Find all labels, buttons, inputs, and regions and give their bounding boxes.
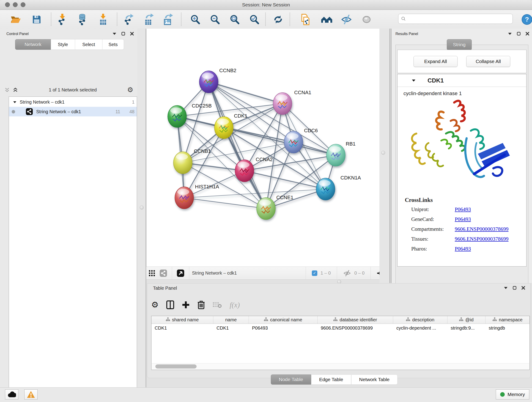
import-table-button[interactable] — [97, 13, 109, 26]
export-table-button[interactable] — [142, 13, 155, 26]
help-icon: ? — [521, 14, 532, 25]
delete-table-icon[interactable] — [213, 301, 222, 308]
tab-network[interactable]: Network — [15, 39, 51, 50]
column-header-namespace[interactable]: namespace — [486, 316, 530, 324]
column-header-shared-name[interactable]: shared name — [152, 316, 213, 324]
column-header-database-identifier[interactable]: database identifier — [317, 316, 393, 324]
tab-edge-table[interactable]: Edge Table — [311, 375, 351, 385]
zoom-selected-button[interactable] — [248, 13, 261, 26]
network-node-CCNB2[interactable]: CCNB2 — [199, 68, 236, 93]
hscrollbar-thumb[interactable] — [155, 364, 196, 369]
add-column-plus-icon[interactable] — [182, 301, 190, 309]
tab-network-table[interactable]: Network Table — [351, 375, 398, 385]
tab-select[interactable]: Select — [75, 39, 102, 50]
table-panel-header: Table Panel — [147, 285, 531, 293]
search-input[interactable] — [408, 16, 510, 22]
help-button[interactable]: ? — [520, 13, 532, 26]
crosslink-link[interactable]: 9606.ENSP00000378699 — [455, 236, 509, 242]
open-session-button[interactable] — [9, 13, 22, 26]
gene-expander-icon[interactable] — [412, 79, 416, 82]
crosslink-link[interactable]: P06493 — [455, 246, 471, 252]
crosslink-link[interactable]: P06493 — [455, 216, 471, 222]
svg-text:CCNA1: CCNA1 — [294, 89, 311, 95]
panel-menu-icon[interactable] — [508, 32, 512, 35]
cloud-button[interactable] — [5, 389, 18, 400]
column-header-name[interactable]: name — [213, 316, 249, 324]
expand-all-button[interactable]: Expand All — [413, 56, 457, 67]
network-view-mode-button[interactable] — [158, 268, 169, 279]
left-splitter-handle[interactable] — [140, 206, 144, 210]
column-header-canonical-name[interactable]: canonical name — [249, 316, 317, 324]
panel-float-icon[interactable] — [513, 286, 516, 290]
network-list-options-gear-icon[interactable]: ⚙ — [127, 86, 133, 93]
table-row[interactable]: CDK1CDK1P064939606.ENSP00000378699cyclin… — [152, 324, 530, 332]
tab-style[interactable]: Style — [51, 39, 75, 50]
network-collection-row[interactable]: String Network – cdk1 1 — [9, 97, 137, 107]
tab-sets[interactable]: Sets — [102, 39, 124, 50]
birdseye-view-button[interactable] — [175, 268, 186, 279]
network-node-HIST1H1A[interactable]: HIST1H1A — [175, 184, 219, 209]
table-cell[interactable]: P06493 — [249, 324, 317, 332]
table-options-gear-icon[interactable]: ⚙ — [151, 301, 158, 309]
expand-all-icon[interactable] — [12, 87, 18, 92]
toolbar-separator — [337, 267, 337, 279]
table-cell[interactable]: stringdb:9... — [447, 324, 486, 332]
delete-trash-icon[interactable] — [197, 300, 205, 309]
table-cell[interactable]: CDK1 — [213, 324, 249, 332]
refresh-layout-button[interactable] — [272, 13, 285, 26]
hidden-eye-slash-icon[interactable] — [343, 270, 351, 277]
crosslink-label: Uniprot: — [411, 206, 455, 212]
export-network-button[interactable] — [122, 13, 135, 26]
export-image-button[interactable] — [161, 13, 174, 26]
function-builder-icon[interactable]: f(x) — [230, 301, 240, 309]
column-label: shared name — [172, 317, 199, 322]
selected-checkbox-icon[interactable]: ✓ — [312, 270, 317, 276]
network-row-selected[interactable]: String Network – cdk1 11 48 — [9, 107, 137, 116]
grid-view-button[interactable] — [146, 268, 158, 279]
import-network-icon — [57, 14, 68, 25]
network-node-RB1[interactable]: RB1 — [326, 141, 355, 166]
table-cell[interactable]: cyclin-dependent ... — [393, 324, 447, 332]
tab-node-table[interactable]: Node Table — [271, 375, 311, 385]
network-node-CCNA1[interactable]: CCNA1 — [273, 89, 311, 115]
panel-menu-icon[interactable] — [113, 32, 116, 35]
columns-icon[interactable] — [166, 300, 174, 309]
import-network-from-database-button[interactable] — [76, 13, 89, 26]
zoom-in-button[interactable] — [189, 13, 202, 26]
tab-string[interactable]: String — [447, 39, 472, 50]
panel-close-icon[interactable] — [130, 32, 134, 36]
panel-close-icon[interactable] — [521, 286, 525, 290]
panel-menu-icon[interactable] — [504, 287, 508, 289]
panel-float-icon[interactable] — [121, 32, 125, 36]
memory-button[interactable]: Memory — [496, 389, 529, 400]
panel-float-icon[interactable] — [517, 32, 520, 36]
column-header-description[interactable]: description — [393, 316, 447, 324]
zoom-fit-button[interactable] — [228, 13, 241, 26]
table-cell[interactable]: CDK1 — [152, 324, 213, 332]
network-canvas[interactable]: CCNB2CCNA1CDC25BCDK1CDC6RB1CCNB1CCNA2CDK… — [146, 29, 380, 267]
panel-close-icon[interactable] — [526, 32, 529, 36]
crosslink-link[interactable]: P06493 — [455, 206, 471, 212]
network-node-CDK1[interactable]: CDK1 — [215, 113, 247, 139]
table-cell[interactable]: stringdb — [486, 324, 530, 332]
import-network-from-file-button[interactable] — [56, 13, 69, 26]
collapse-all-button[interactable]: Collapse All — [466, 56, 510, 67]
tree-expander-icon[interactable] — [13, 101, 17, 103]
right-splitter-handle[interactable] — [381, 151, 385, 155]
gene-header[interactable]: CDK1 — [398, 74, 526, 87]
save-session-button[interactable] — [30, 13, 43, 26]
network-node-CCNE1[interactable]: CCNE1 — [257, 195, 293, 220]
zoom-out-button[interactable] — [209, 13, 221, 26]
crosslink-link[interactable]: 9606.ENSP00000378699 — [455, 226, 509, 232]
warning-button[interactable] — [24, 389, 38, 400]
right-splitter[interactable] — [380, 29, 389, 283]
home-button[interactable] — [320, 13, 333, 26]
table-cell[interactable]: 9606.ENSP00000378699 — [317, 324, 393, 332]
show-graphics-button[interactable] — [360, 13, 373, 26]
column-header-id[interactable]: @id — [447, 316, 486, 324]
collapse-all-icon[interactable] — [4, 87, 10, 92]
network-node-CDKN1A[interactable]: CDKN1A — [316, 175, 361, 200]
hide-graphics-button[interactable] — [340, 13, 353, 26]
clone-network-button[interactable] — [299, 13, 312, 26]
left-splitter[interactable] — [138, 29, 146, 387]
